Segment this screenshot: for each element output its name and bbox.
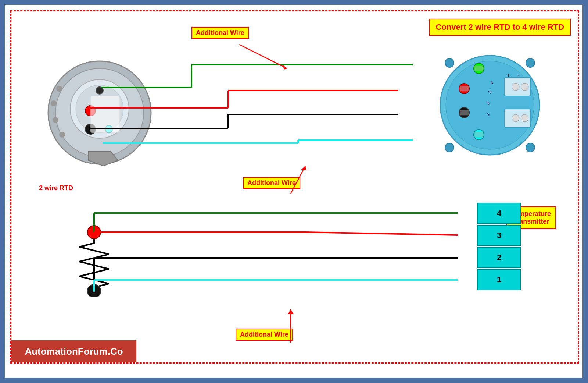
footer: AutomationForum.Co — [11, 340, 136, 362]
svg-point-37 — [526, 58, 535, 67]
svg-point-8 — [96, 87, 103, 94]
diagram-area: Convert 2 wire RTD to 4 wire RTD Additio… — [10, 10, 579, 364]
svg-point-28 — [512, 114, 519, 122]
svg-marker-70 — [288, 309, 294, 314]
main-container: Convert 2 wire RTD to 4 wire RTD Additio… — [4, 4, 584, 379]
svg-point-6 — [53, 117, 58, 123]
svg-point-36 — [445, 58, 454, 67]
title-text: Convert 2 wire RTD to 4 wire RTD — [435, 22, 564, 32]
svg-point-40 — [87, 226, 101, 239]
svg-point-27 — [521, 83, 528, 91]
svg-point-7 — [59, 132, 65, 138]
terminal-2: 2 — [477, 247, 521, 268]
svg-point-5 — [51, 100, 57, 106]
title-box: Convert 2 wire RTD to 4 wire RTD — [429, 19, 571, 36]
svg-line-60 — [305, 232, 458, 235]
svg-point-4 — [56, 86, 62, 92]
svg-point-41 — [87, 284, 101, 297]
svg-rect-12 — [90, 96, 120, 133]
svg-point-26 — [512, 83, 519, 91]
terminal-3: 3 — [477, 225, 521, 246]
additional-wire-label-3: Additional Wire — [236, 329, 293, 341]
two-wire-rtd-label: 2 wire RTD — [39, 184, 73, 192]
svg-rect-23 — [474, 132, 483, 137]
svg-line-65 — [239, 45, 287, 68]
svg-point-38 — [445, 143, 454, 152]
svg-rect-21 — [460, 110, 469, 115]
svg-point-15 — [446, 61, 534, 149]
additional-wire-label-1: Additional Wire — [191, 27, 249, 39]
svg-point-39 — [526, 143, 535, 152]
transmitter-head: + - 4 3 2 1 — [435, 48, 545, 162]
terminal-block: 4 3 2 1 — [477, 203, 521, 291]
svg-point-29 — [521, 114, 528, 122]
svg-text:+: + — [507, 72, 510, 78]
terminal-4: 4 — [477, 203, 521, 224]
rtd-sensor — [41, 52, 158, 170]
additional-wire-label-2: Additional Wire — [243, 177, 300, 189]
footer-text: AutomationForum.Co — [25, 346, 123, 357]
svg-rect-19 — [460, 86, 469, 91]
svg-rect-17 — [474, 66, 483, 71]
svg-marker-68 — [301, 166, 306, 170]
rtd-coil — [65, 223, 123, 298]
svg-text:-: - — [518, 72, 520, 78]
terminal-1: 1 — [477, 269, 521, 290]
svg-marker-66 — [283, 65, 287, 70]
